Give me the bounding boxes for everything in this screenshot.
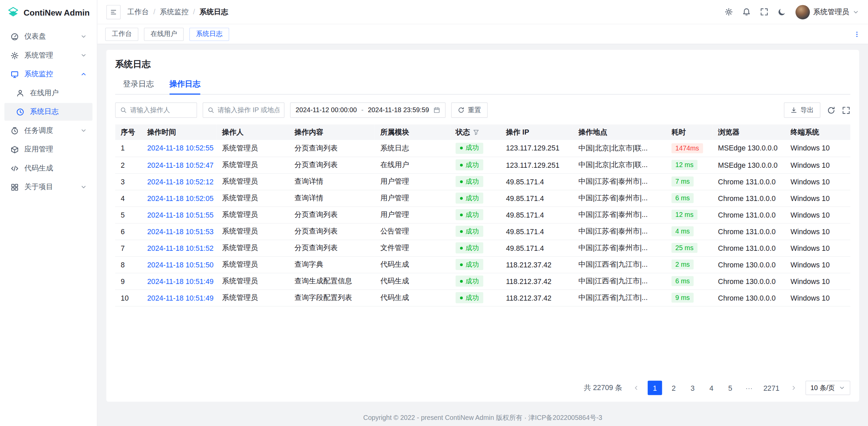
sidebar-item-app-management[interactable]: 应用管理 [4,141,93,158]
cell-operator: 系统管理员 [216,173,289,190]
operation-time-link[interactable]: 2024-11-18 10:51:49 [147,277,214,285]
cell-content: 分页查询列表 [289,240,375,256]
app-logo[interactable]: ContiNew Admin [0,0,97,24]
breadcrumb-item[interactable]: 工作台 [127,7,149,17]
cell-operator: 系统管理员 [216,256,289,273]
top-header: 工作台 / 系统监控 / 系统日志 [97,0,868,24]
col-header-duration: 耗时 [666,124,712,140]
cell-os: Windows 10 [785,157,850,173]
page-size-value: 10 条/页 [810,383,835,393]
tab-login-log[interactable]: 登录日志 [115,77,162,94]
dark-mode-moon-icon[interactable] [778,8,786,16]
table-row: 8 2024-11-18 10:51:50 系统管理员 查询字典 代码生成 成功… [115,256,850,273]
operation-time-link[interactable]: 2024-11-18 10:51:49 [147,293,214,302]
status-badge: 成功 [456,176,484,187]
cell-index: 6 [115,223,142,240]
status-badge: 成功 [456,292,484,303]
notification-bell-icon[interactable] [742,8,750,16]
sidebar-item-about-project[interactable]: 关于项目 [4,178,93,196]
operation-time-link[interactable]: 2024-11-18 10:52:05 [147,194,214,202]
pagination-total: 共 22709 条 [584,383,622,393]
ip-search-field[interactable] [203,102,285,118]
cell-os: Windows 10 [785,190,850,206]
operator-search-input[interactable] [130,106,192,114]
reset-button[interactable]: 重置 [451,102,488,118]
sidebar-item-label: 系统监控 [24,69,75,79]
cell-location: 中国|江苏省|泰州市|... [573,206,666,223]
filter-funnel-icon[interactable] [473,129,479,136]
tab-more-icon[interactable] [854,31,861,38]
cell-content: 查询生成配置信息 [289,273,375,289]
tab-operation-log[interactable]: 操作日志 [162,77,208,94]
page-button-5[interactable]: 5 [723,381,737,395]
cell-index: 2 [115,157,142,173]
search-icon [120,107,127,114]
col-header-index: 序号 [115,124,142,140]
user-name: 系统管理员 [813,7,849,17]
sidebar-item-task-schedule[interactable]: 任务调度 [4,122,93,139]
sidebar-item-label: 系统管理 [24,50,75,60]
operator-search-field[interactable] [115,102,197,118]
user-menu[interactable]: 系统管理员 [795,5,859,19]
refresh-icon[interactable] [827,106,835,114]
page-button-1[interactable]: 1 [648,381,662,395]
next-page-button[interactable] [787,381,801,395]
operation-time-link[interactable]: 2024-11-18 10:51:55 [147,210,214,219]
sidebar-item-label: 应用管理 [24,144,87,154]
cell-location: 中国|江西省|九江市|... [573,273,666,289]
sidebar-item-system-log[interactable]: 系统日志 [4,103,93,121]
settings-icon [10,51,19,60]
page-button-2271[interactable]: 2271 [761,381,782,395]
cell-operator: 系统管理员 [216,157,289,173]
cell-operator: 系统管理员 [216,289,289,306]
duration-badge: 1474ms [671,143,703,153]
operation-time-link[interactable]: 2024-11-18 10:51:53 [147,227,214,235]
operation-time-link[interactable]: 2024-11-18 10:52:47 [147,161,214,169]
page-ellipsis[interactable]: ··· [742,381,756,395]
cell-operator: 系统管理员 [216,140,289,157]
cell-browser: Chrome 131.0.0.0 [712,240,785,256]
page-button-3[interactable]: 3 [685,381,699,395]
page-button-4[interactable]: 4 [704,381,718,395]
operation-time-link[interactable]: 2024-11-18 10:51:52 [147,244,214,252]
operation-time-link[interactable]: 2024-11-18 10:52:12 [147,177,214,185]
operation-time-link[interactable]: 2024-11-18 10:52:55 [147,144,214,152]
sidebar-item-code-generation[interactable]: 代码生成 [4,159,93,177]
cell-browser: Chrome 130.0.0.0 [712,256,785,273]
cell-os: Windows 10 [785,140,850,157]
date-range-picker[interactable]: 2024-11-12 00:00:00 - 2024-11-18 23:59:5… [290,102,446,118]
duration-badge: 25 ms [671,243,697,253]
cell-browser: Chrome 130.0.0.0 [712,273,785,289]
duration-badge: 7 ms [671,177,693,186]
cell-location: 中国|北京|北京市|联... [573,157,666,173]
operation-time-link[interactable]: 2024-11-18 10:51:50 [147,260,214,268]
nav-tab-system-log[interactable]: 系统日志 [189,27,229,41]
status-badge: 成功 [456,242,484,253]
cell-operator: 系统管理员 [216,240,289,256]
sidebar-collapse-button[interactable] [106,5,120,19]
export-label: 导出 [801,105,814,115]
sidebar-item-online-users[interactable]: 在线用户 [4,84,93,102]
ip-search-input[interactable] [218,106,280,114]
page-button-2[interactable]: 2 [667,381,681,395]
breadcrumb-item[interactable]: 系统监控 [160,7,189,17]
cell-ip: 123.117.129.251 [500,157,573,173]
cell-index: 4 [115,190,142,206]
cell-index: 3 [115,173,142,190]
cell-location: 中国|江西省|九江市|... [573,256,666,273]
cell-operator: 系统管理员 [216,190,289,206]
table-fullscreen-icon[interactable] [842,106,850,114]
page-size-select[interactable]: 10 条/页 [805,381,850,395]
cell-location: 中国|江苏省|泰州市|... [573,190,666,206]
chevron-down-icon [80,33,87,40]
prev-page-button[interactable] [629,381,643,395]
table-row: 2 2024-11-18 10:52:47 系统管理员 分页查询列表 在线用户 … [115,157,850,173]
nav-tab-workbench[interactable]: 工作台 [105,27,138,41]
sidebar-item-system-monitor[interactable]: 系统监控 [4,65,93,83]
fullscreen-icon[interactable] [760,8,768,16]
export-button[interactable]: 导出 [784,102,821,118]
sidebar-item-system-management[interactable]: 系统管理 [4,46,93,64]
sidebar-item-dashboard[interactable]: 仪表盘 [4,28,93,45]
settings-icon[interactable] [725,8,733,16]
nav-tab-online-users[interactable]: 在线用户 [144,27,184,41]
